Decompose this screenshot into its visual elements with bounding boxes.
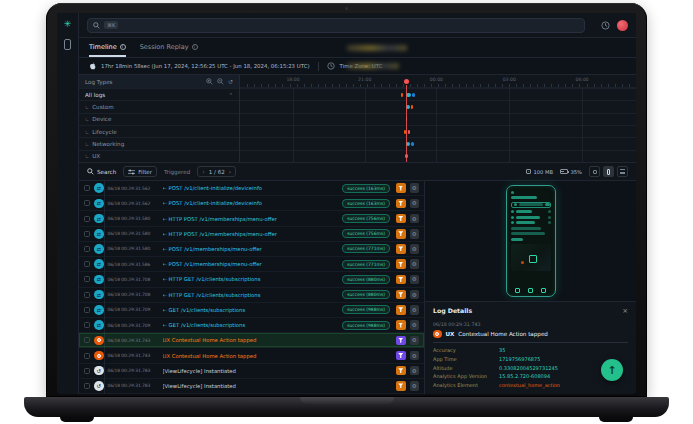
create-trigger-button[interactable] <box>396 259 406 269</box>
row-settings-button[interactable]: ⚙ <box>410 351 420 361</box>
event-mark[interactable] <box>406 105 410 109</box>
log-row[interactable]: 06/18 00:29:31.743UX Contextual Home Act… <box>79 348 424 363</box>
event-mark[interactable] <box>411 105 413 109</box>
log-row[interactable]: ↺06/18 00:29:31.783[ViewLifecycle] Insta… <box>79 379 424 394</box>
row-settings-button[interactable]: ⚙ <box>410 366 420 376</box>
row-settings-button[interactable]: ⚙ <box>410 336 420 346</box>
row-checkbox[interactable] <box>84 337 90 343</box>
log-type-row[interactable]: ∟UX <box>79 150 239 162</box>
user-avatar[interactable] <box>617 20 628 31</box>
playhead-dot[interactable] <box>404 79 409 84</box>
log-row[interactable]: 06/18 00:29:31.743UX Contextual Home Act… <box>79 333 424 348</box>
row-checkbox[interactable] <box>84 353 90 359</box>
filter-button[interactable]: Filter <box>123 166 157 177</box>
row-checkbox[interactable] <box>84 276 90 282</box>
event-mark[interactable] <box>401 93 403 97</box>
row-checkbox[interactable] <box>84 307 90 313</box>
row-settings-button[interactable]: ⚙ <box>410 259 420 269</box>
log-type-row[interactable]: ∟Custom <box>79 100 239 112</box>
event-mark[interactable] <box>406 93 411 97</box>
prev-page-button[interactable]: ‹ <box>202 169 204 174</box>
log-row[interactable]: ⇄06/18 00:29:31.708← HTTP GET /v1/client… <box>79 272 424 287</box>
event-mark[interactable] <box>412 93 415 97</box>
tab-timeline[interactable]: Timeline i <box>89 38 126 57</box>
row-checkbox[interactable] <box>84 231 90 237</box>
create-trigger-button[interactable] <box>396 214 406 224</box>
app-logo-icon[interactable]: ✳ <box>64 20 72 29</box>
row-settings-button[interactable]: ⚙ <box>410 244 420 254</box>
row-settings-button[interactable]: ⚙ <box>410 305 420 315</box>
event-mark[interactable] <box>406 142 411 146</box>
row-checkbox[interactable] <box>84 322 90 328</box>
close-icon[interactable]: × <box>622 307 628 315</box>
log-row[interactable]: ⇄06/18 00:29:31.709← GET /v1/clients/sub… <box>79 303 424 318</box>
log-row[interactable]: ⇄06/18 00:29:31.562← POST /v1/client-ini… <box>79 196 424 211</box>
row-checkbox[interactable] <box>84 200 90 206</box>
row-settings-button[interactable]: ⚙ <box>410 275 420 285</box>
log-search-button[interactable]: Search <box>87 168 116 175</box>
chevron-up-icon[interactable]: ⌃ <box>229 92 233 98</box>
log-row[interactable]: ⇄06/18 00:29:31.580← POST /v1/membership… <box>79 242 424 257</box>
create-trigger-button[interactable] <box>396 199 406 209</box>
create-trigger-button[interactable] <box>396 244 406 254</box>
mobile-device-icon[interactable] <box>64 39 71 50</box>
row-checkbox[interactable] <box>84 292 90 298</box>
row-settings-button[interactable]: ⚙ <box>410 381 420 391</box>
log-row[interactable]: ⇄06/18 00:29:31.580← HTTP POST /v1/membe… <box>79 227 424 242</box>
log-type-row[interactable]: ∟Networking <box>79 137 239 149</box>
row-settings-button[interactable]: ⚙ <box>410 214 420 224</box>
row-settings-button[interactable]: ⚙ <box>410 229 420 239</box>
log-row[interactable]: ↺06/18 00:29:31.783[ViewLifecycle] Insta… <box>79 364 424 379</box>
row-settings-button[interactable]: ⚙ <box>410 290 420 300</box>
timeline-lane[interactable] <box>240 100 636 112</box>
reset-zoom-icon[interactable]: ↺ <box>228 78 233 85</box>
next-page-button[interactable]: › <box>229 169 231 174</box>
row-settings-button[interactable]: ⚙ <box>410 320 420 330</box>
history-clock-icon[interactable] <box>601 21 610 30</box>
row-checkbox[interactable] <box>84 216 90 222</box>
row-checkbox[interactable] <box>84 368 90 374</box>
event-mark[interactable] <box>408 130 410 134</box>
create-trigger-button[interactable] <box>396 290 406 300</box>
map-view-toggle[interactable] <box>589 166 600 177</box>
create-trigger-button[interactable] <box>396 320 406 330</box>
create-trigger-button[interactable] <box>396 381 406 391</box>
log-type-row[interactable]: All logs⌃ <box>79 88 239 100</box>
timeline-lane[interactable] <box>240 88 636 100</box>
timeline-lane[interactable] <box>240 125 636 137</box>
create-trigger-button[interactable] <box>396 305 406 315</box>
create-trigger-button[interactable] <box>396 336 406 346</box>
event-mark[interactable] <box>411 142 414 146</box>
create-trigger-button[interactable] <box>396 275 406 285</box>
log-row[interactable]: ⇄06/18 00:29:31.709← GET /v1/clients/sub… <box>79 318 424 333</box>
log-type-row[interactable]: ∟Lifecycle <box>79 125 239 137</box>
log-row[interactable]: ⇄06/18 00:29:31.708← HTTP GET /v1/client… <box>79 288 424 303</box>
tab-session-replay[interactable]: Session Replay i <box>140 38 198 57</box>
create-trigger-button[interactable] <box>396 229 406 239</box>
log-row[interactable]: ⇄06/18 00:29:31.586← POST /v1/membership… <box>79 257 424 272</box>
create-trigger-button[interactable] <box>396 366 406 376</box>
timeline-lane[interactable] <box>240 113 636 125</box>
scroll-to-top-fab[interactable]: ↑ <box>601 359 623 381</box>
timeline-playhead[interactable] <box>406 85 407 162</box>
row-checkbox[interactable] <box>84 383 90 389</box>
row-checkbox[interactable] <box>84 185 90 191</box>
list-view-toggle[interactable] <box>617 166 628 177</box>
device-view-toggle[interactable] <box>603 166 614 177</box>
row-checkbox[interactable] <box>84 246 90 252</box>
row-settings-button[interactable]: ⚙ <box>410 199 420 209</box>
row-checkbox[interactable] <box>84 261 90 267</box>
log-type-row[interactable]: ∟Device <box>79 113 239 125</box>
create-trigger-button[interactable] <box>396 183 406 193</box>
create-trigger-button[interactable] <box>396 351 406 361</box>
timeline-lane[interactable] <box>240 137 636 149</box>
timeline-lane[interactable] <box>240 150 636 162</box>
global-search-input[interactable]: ⌘K <box>87 18 585 33</box>
log-row[interactable]: ⇄06/18 00:29:31.580← HTTP POST /v1/membe… <box>79 211 424 226</box>
device-frame[interactable] <box>506 185 556 297</box>
zoom-out-icon[interactable] <box>217 78 224 85</box>
timeline-grid[interactable]: 18:0021:0000:0003:0006:00 <box>240 75 636 162</box>
row-settings-button[interactable]: ⚙ <box>410 183 420 193</box>
log-row[interactable]: ⇄06/18 00:29:31.562← POST /v1/client-ini… <box>79 181 424 196</box>
zoom-in-icon[interactable] <box>206 78 213 85</box>
